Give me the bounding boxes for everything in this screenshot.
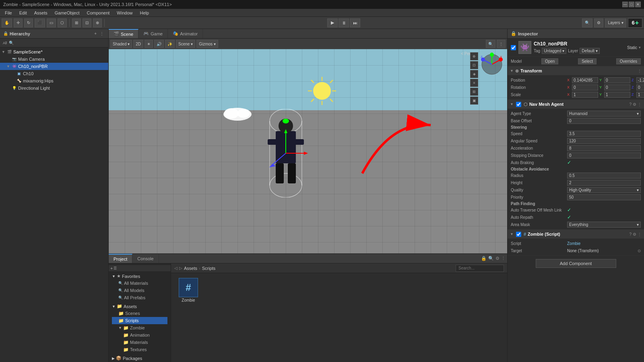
- snap-btn[interactable]: ⊡: [83, 19, 91, 27]
- vp-icon-1[interactable]: ⊕: [470, 52, 478, 60]
- speed-input[interactable]: [567, 131, 641, 137]
- minimize-button[interactable]: —: [622, 2, 628, 7]
- packages-header[interactable]: ▶ 📦 Packages: [112, 355, 167, 362]
- favorites-header[interactable]: ▼ ★ Favorites: [112, 273, 167, 280]
- proj-animation[interactable]: 📁 Animation: [112, 331, 167, 339]
- project-search-input[interactable]: [456, 265, 504, 272]
- proj-scenes[interactable]: 📁 Scenes: [112, 310, 167, 317]
- acceleration-input[interactable]: [567, 145, 641, 151]
- proj-all-materials[interactable]: 🔍 All Materials: [112, 280, 167, 287]
- stopping-distance-input[interactable]: [567, 152, 641, 158]
- bottom-lock-btn[interactable]: 🔒: [481, 256, 487, 261]
- hierarchy-item-hips[interactable]: 🦴 mixamorig:Hips: [0, 77, 108, 84]
- hierarchy-item-ch10nonpbr[interactable]: ▼ 👾 Ch10_nonPBR: [0, 63, 108, 70]
- overrides-button[interactable]: Overrides: [616, 58, 641, 64]
- zombie-enabled-checkbox[interactable]: [516, 232, 521, 237]
- menu-help[interactable]: Help: [136, 10, 152, 16]
- tools-btn[interactable]: ⊕: [93, 19, 102, 27]
- base-offset-input[interactable]: [567, 118, 641, 124]
- object-active-checkbox[interactable]: [511, 45, 516, 50]
- bottom-search-btn[interactable]: 🔍: [488, 256, 494, 261]
- scale-x-input[interactable]: [572, 92, 598, 98]
- vp-search-btn[interactable]: 🔍: [486, 40, 495, 48]
- vp-icon-2[interactable]: ⊡: [470, 61, 478, 69]
- tab-game[interactable]: 🎮 Game: [138, 29, 168, 38]
- vp-fx-btn[interactable]: ✨: [165, 40, 175, 48]
- auto-traverse-checkbox[interactable]: ✓: [567, 207, 571, 213]
- rot-z-input[interactable]: [636, 84, 644, 90]
- select-button[interactable]: Select: [578, 58, 597, 64]
- proj-zombie[interactable]: ▼ 📁 Zombie: [112, 324, 167, 331]
- pause-button[interactable]: ⏸: [339, 19, 349, 27]
- vp-audio-btn[interactable]: 🔊: [154, 40, 164, 48]
- breadcrumb-scripts[interactable]: Scripts: [202, 266, 216, 271]
- tab-console[interactable]: Console: [132, 254, 159, 263]
- proj-all-prefabs[interactable]: 🔍 All Prefabs: [112, 294, 167, 301]
- pos-y-input[interactable]: [604, 77, 630, 83]
- hierarchy-item-dirlight[interactable]: 💡 Directional Light: [0, 84, 108, 92]
- pos-z-input[interactable]: [636, 77, 644, 83]
- proj-textures[interactable]: 📁 Textures: [112, 346, 167, 353]
- navmesh-settings-icon[interactable]: ⚙: [633, 102, 636, 107]
- scene-viewport[interactable]: Shaded ▾ 2D ☀ 🔊 ✨ Scene ▾ Gizmos ▾ 🔍 ⋮: [109, 39, 507, 253]
- open-button[interactable]: Open: [541, 58, 558, 64]
- proj-all-models[interactable]: 🔍 All Models: [112, 287, 167, 294]
- scale-y-input[interactable]: [604, 92, 630, 98]
- vp-icon-3[interactable]: ◈: [470, 70, 478, 78]
- settings-button[interactable]: ⚙: [594, 19, 603, 27]
- hierarchy-item-ch10[interactable]: ▣ Ch10: [0, 70, 108, 77]
- breadcrumb-assets[interactable]: Assets: [184, 266, 197, 271]
- menu-window[interactable]: Window: [114, 10, 136, 16]
- transform-header[interactable]: ▼ ⊕ Transform ⋮: [508, 66, 644, 75]
- step-button[interactable]: ⏭: [350, 19, 360, 27]
- scale-tool[interactable]: ⬛: [35, 19, 45, 27]
- add-component-button[interactable]: Add Component: [536, 259, 616, 268]
- radius-input[interactable]: [567, 173, 641, 179]
- tab-project[interactable]: Project: [109, 254, 132, 263]
- vp-scene-btn[interactable]: Scene ▾: [176, 40, 195, 48]
- target-pick-btn[interactable]: ⊙: [638, 249, 641, 253]
- search-button[interactable]: 🔍: [582, 19, 592, 27]
- component-settings-icon[interactable]: ⋮: [638, 69, 642, 73]
- navmesh-help-icon[interactable]: ?: [629, 102, 632, 107]
- vp-more-btn[interactable]: ⋮: [497, 40, 506, 48]
- rotate-tool[interactable]: ↻: [24, 19, 33, 27]
- layer-dropdown[interactable]: Default ▾: [580, 48, 599, 54]
- add-folder-btn[interactable]: +: [110, 266, 113, 271]
- priority-input[interactable]: [567, 194, 641, 200]
- rect-tool[interactable]: ▭: [47, 19, 56, 27]
- navmesh-enabled-checkbox[interactable]: [516, 102, 521, 107]
- zombie-script-header[interactable]: ▼ # Zombie (Script) ? ⚙ ⋮: [508, 230, 644, 239]
- play-button[interactable]: ▶: [327, 19, 338, 27]
- hierarchy-item-samplescene[interactable]: ▼ 🎬 SampleScene*: [0, 48, 108, 56]
- vp-shading-btn[interactable]: Shaded ▾: [110, 40, 132, 48]
- tab-animator[interactable]: 🎭 Animator: [168, 29, 203, 38]
- tag-dropdown[interactable]: Untagged ▾: [542, 48, 566, 54]
- menu-edit[interactable]: Edit: [16, 10, 30, 16]
- bottom-more-btn[interactable]: ⋮: [501, 256, 506, 261]
- move-tool[interactable]: ✛: [14, 19, 23, 27]
- menu-file[interactable]: File: [2, 10, 15, 16]
- vp-icon-5[interactable]: ⊞: [470, 88, 478, 96]
- bottom-settings-btn[interactable]: ⚙: [495, 256, 500, 261]
- transform-tool[interactable]: ⬡: [58, 19, 67, 27]
- angular-speed-input[interactable]: [567, 138, 641, 144]
- menu-gameobject[interactable]: GameObject: [52, 10, 83, 16]
- hierarchy-item-maincamera[interactable]: 📷 Main Camera: [0, 56, 108, 63]
- vp-gizmos-btn[interactable]: Gizmos ▾: [196, 40, 218, 48]
- zombie-more-icon[interactable]: ⋮: [638, 232, 642, 237]
- proj-sidebar-icon[interactable]: ☰: [114, 266, 117, 270]
- menu-component[interactable]: Component: [83, 10, 113, 16]
- menu-assets[interactable]: Assets: [31, 10, 51, 16]
- back-icon[interactable]: ◁: [174, 266, 178, 270]
- area-mask-dropdown[interactable]: Everything ▾: [567, 222, 641, 228]
- maximize-button[interactable]: □: [629, 2, 634, 7]
- vp-icon-4[interactable]: ≡: [470, 79, 478, 87]
- rot-y-input[interactable]: [604, 84, 630, 90]
- tab-scene[interactable]: 🎬 Scene: [109, 29, 138, 38]
- hierarchy-all-btn[interactable]: All: [2, 41, 8, 45]
- scale-z-input[interactable]: [636, 92, 644, 98]
- navmesh-header[interactable]: ▼ ⬡ Nav Mesh Agent ? ⚙ ⋮: [508, 100, 644, 109]
- vp-lighting-btn[interactable]: ☀: [144, 40, 153, 48]
- hand-tool[interactable]: ✋: [2, 19, 12, 27]
